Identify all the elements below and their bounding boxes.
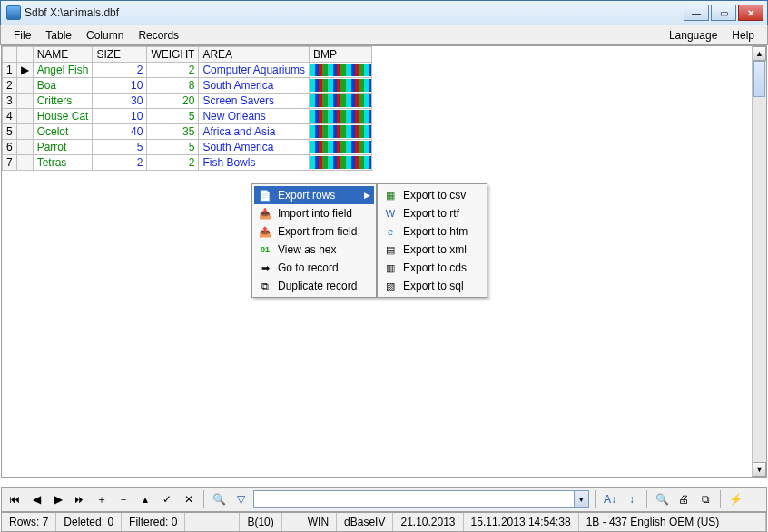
- cell-weight[interactable]: 5: [147, 109, 199, 124]
- cell-area[interactable]: Screen Savers: [199, 94, 310, 109]
- col-name[interactable]: NAME: [33, 47, 93, 63]
- table-row[interactable]: 5Ocelot4035Africa and Asia: [3, 124, 372, 140]
- post-button[interactable]: ✓: [158, 490, 176, 508]
- menu-help[interactable]: Help: [724, 27, 762, 44]
- col-weight[interactable]: WEIGHT: [147, 47, 199, 63]
- close-button[interactable]: ✕: [738, 5, 763, 21]
- cancel-button[interactable]: ✕: [180, 490, 198, 508]
- sort-asc-button[interactable]: A↓: [601, 490, 619, 508]
- col-size[interactable]: SIZE: [93, 47, 147, 63]
- cell-size[interactable]: 5: [93, 140, 147, 155]
- cell-weight[interactable]: 35: [147, 124, 199, 140]
- cell-name[interactable]: Parrot: [33, 140, 93, 155]
- cell-name[interactable]: Critters: [33, 94, 93, 109]
- table-row[interactable]: 4House Cat105New Orleans: [3, 109, 372, 124]
- delete-record-button[interactable]: －: [114, 490, 133, 508]
- menu-file[interactable]: File: [6, 27, 38, 44]
- ctx-export-rows[interactable]: 📄 Export rows ▶: [254, 186, 374, 204]
- vertical-scrollbar[interactable]: ▲ ▼: [752, 46, 766, 477]
- cell-size[interactable]: 30: [93, 94, 147, 109]
- cell-size[interactable]: 2: [93, 155, 147, 171]
- filter-input[interactable]: [254, 493, 574, 506]
- ctx-import-field[interactable]: 📥 Import into field: [254, 204, 374, 222]
- filter-button[interactable]: ▽: [231, 490, 250, 508]
- col-area[interactable]: AREA: [199, 47, 310, 63]
- execute-button[interactable]: ⚡: [726, 490, 744, 508]
- nav-last-button[interactable]: ⏭: [71, 490, 89, 508]
- cell-bmp[interactable]: [310, 109, 372, 124]
- cell-size[interactable]: 2: [93, 63, 147, 78]
- ctx-view-hex[interactable]: 01 View as hex: [254, 241, 374, 259]
- nav-prev-button[interactable]: ◀: [27, 490, 45, 508]
- cell-area[interactable]: South America: [199, 140, 310, 155]
- cell-size[interactable]: 40: [93, 124, 147, 140]
- ctx-label: Duplicate record: [278, 280, 357, 292]
- cell-weight[interactable]: 8: [147, 78, 199, 94]
- export-cds[interactable]: ▥Export to cds: [379, 259, 485, 277]
- cell-area[interactable]: South America: [199, 78, 310, 94]
- menu-column[interactable]: Column: [79, 27, 131, 44]
- menu-table[interactable]: Table: [38, 27, 79, 44]
- ctx-goto-record[interactable]: ➡ Go to record: [254, 259, 374, 277]
- cell-bmp[interactable]: [310, 78, 372, 94]
- print-button[interactable]: 🖨: [674, 490, 693, 508]
- scroll-thumb[interactable]: [753, 61, 765, 97]
- cell-size[interactable]: 10: [93, 78, 147, 94]
- cell-bmp[interactable]: [310, 63, 372, 78]
- export-rtf[interactable]: WExport to rtf: [379, 204, 485, 222]
- table-row[interactable]: 3Critters3020Screen Savers: [3, 94, 372, 109]
- cell-area[interactable]: Fish Bowls: [199, 155, 310, 171]
- cell-area[interactable]: Computer Aquariums: [199, 63, 310, 78]
- export-csv[interactable]: ▦Export to csv: [379, 186, 485, 204]
- cell-name[interactable]: Angel Fish: [33, 63, 93, 78]
- cell-weight[interactable]: 20: [147, 94, 199, 109]
- table-row[interactable]: 2Boa108South America: [3, 78, 372, 94]
- status-encoding: WIN: [300, 513, 337, 531]
- cell-name[interactable]: Tetras: [33, 155, 93, 171]
- export-htm[interactable]: eExport to htm: [379, 222, 485, 241]
- cell-name[interactable]: Ocelot: [33, 124, 93, 140]
- cell-weight[interactable]: 2: [147, 155, 199, 171]
- ctx-export-field[interactable]: 📤 Export from field: [254, 222, 374, 241]
- data-grid[interactable]: NAME SIZE WEIGHT AREA BMP 1▶Angel Fish22…: [2, 46, 372, 171]
- table-row[interactable]: 7Tetras22Fish Bowls: [3, 155, 372, 171]
- search-button[interactable]: 🔍: [210, 490, 228, 508]
- cell-bmp[interactable]: [310, 94, 372, 109]
- export-sql[interactable]: ▧Export to sql: [379, 277, 485, 295]
- cell-bmp[interactable]: [310, 140, 372, 155]
- cell-area[interactable]: Africa and Asia: [199, 124, 310, 140]
- row-marker-header[interactable]: [16, 47, 33, 63]
- col-bmp[interactable]: BMP: [310, 47, 372, 63]
- menu-records[interactable]: Records: [131, 27, 186, 44]
- table-row[interactable]: 1▶Angel Fish22Computer Aquariums: [3, 63, 372, 78]
- cell-area[interactable]: New Orleans: [199, 109, 310, 124]
- status-deleted: Deleted: 0: [56, 513, 122, 531]
- add-record-button[interactable]: ＋: [93, 490, 111, 508]
- filter-combo[interactable]: ▾: [253, 490, 589, 508]
- cell-bmp[interactable]: [310, 124, 372, 140]
- minimize-button[interactable]: —: [684, 5, 709, 21]
- ctx-label: Import into field: [278, 207, 352, 220]
- nav-next-button[interactable]: ▶: [49, 490, 67, 508]
- sort-clear-button[interactable]: ↕: [623, 490, 641, 508]
- copy-button[interactable]: ⧉: [696, 490, 714, 508]
- cell-bmp[interactable]: [310, 155, 372, 171]
- scroll-up-button[interactable]: ▲: [753, 46, 766, 61]
- maximize-button[interactable]: ▭: [711, 5, 736, 21]
- ctx-duplicate-record[interactable]: ⧉ Duplicate record: [254, 277, 374, 295]
- cell-name[interactable]: Boa: [33, 78, 93, 94]
- cell-weight[interactable]: 5: [147, 140, 199, 155]
- export-xml[interactable]: ▤Export to xml: [379, 241, 485, 259]
- combo-dropdown-button[interactable]: ▾: [574, 491, 588, 507]
- cell-name[interactable]: House Cat: [33, 109, 93, 124]
- table-row[interactable]: 6Parrot55South America: [3, 140, 372, 155]
- cell-weight[interactable]: 2: [147, 63, 199, 78]
- row-header-blank[interactable]: [3, 47, 17, 63]
- cell-size[interactable]: 10: [93, 109, 147, 124]
- edit-record-button[interactable]: ▴: [136, 490, 154, 508]
- nav-first-button[interactable]: ⏮: [5, 490, 24, 508]
- scroll-down-button[interactable]: ▼: [753, 462, 766, 477]
- zoom-button[interactable]: 🔍: [653, 490, 671, 508]
- menu-language[interactable]: Language: [662, 27, 724, 44]
- titlebar: Sdbf X:\animals.dbf — ▭ ✕: [0, 0, 768, 25]
